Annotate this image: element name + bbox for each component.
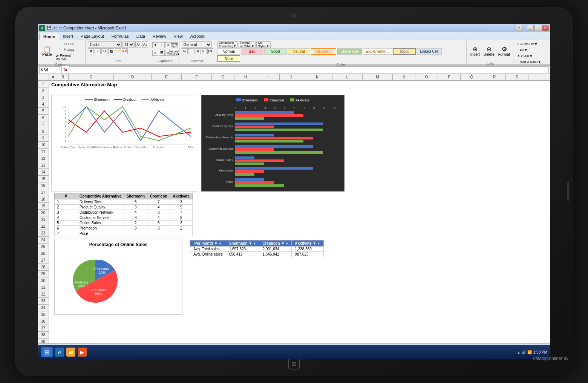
row-4: 4 [38, 101, 49, 108]
style-input[interactable]: Input [393, 48, 416, 55]
excel-window: X 💾 ↩ ↪ Competitor chart - Microsoft Exc… [38, 24, 550, 359]
row-17: 17 [38, 189, 49, 196]
font-name-select[interactable]: Calibri [88, 41, 122, 47]
redo-btn[interactable]: ↪ [59, 26, 62, 30]
close-btn[interactable]: ✕ [542, 25, 549, 31]
tablet-home-button[interactable] [288, 358, 300, 369]
underline-btn[interactable]: U [101, 48, 107, 54]
delete-btn[interactable]: ⊖ Delete [482, 41, 496, 61]
tab-formulas[interactable]: Formulas [108, 33, 133, 40]
cell-styles-btn[interactable]: CellStyles▼ [256, 41, 271, 47]
increase-decimal-btn[interactable]: .0 [194, 48, 201, 54]
svg-text:2: 2 [65, 135, 67, 139]
format-btn[interactable]: ⚙ Format [497, 41, 512, 61]
media-player-icon[interactable]: ▶ [78, 348, 87, 357]
style-good[interactable]: Good [264, 48, 287, 55]
row-26: 26 [38, 250, 49, 257]
percent-btn[interactable]: % [182, 48, 188, 54]
row-29: 29 [38, 271, 49, 277]
style-neutral[interactable]: Neutral [288, 48, 310, 55]
name-box[interactable] [39, 66, 62, 73]
border-btn[interactable]: ▦ [108, 48, 114, 54]
svg-text:10: 10 [333, 106, 336, 110]
tab-page-layout[interactable]: Page Layout [77, 33, 108, 40]
explorer-icon[interactable]: 📁 [66, 348, 75, 357]
save-btn[interactable]: 💾 [47, 26, 51, 30]
cells-content: ⊕ Insert ⊖ Delete ⚙ Format [469, 41, 512, 61]
styles-row-1: ConditionalFormatting▼ Formatas Table▼ C… [217, 41, 465, 47]
tablet-power-button[interactable] [567, 182, 569, 201]
filter-icon-month[interactable]: ▼ [214, 241, 222, 245]
align-top-btn[interactable]: ⬆ [152, 42, 158, 48]
filter-icon-shermann[interactable]: ▼ [248, 241, 256, 245]
italic-btn[interactable]: I [95, 48, 101, 54]
insert-btn[interactable]: ⊕ Insert [469, 41, 481, 61]
tab-insert[interactable]: Insert [59, 33, 77, 40]
ie-icon[interactable]: ℯ [55, 348, 64, 357]
table-row: 3 Distribution Network 4 8 7 [55, 210, 193, 215]
row-12: 12 [38, 155, 49, 162]
tab-home[interactable]: Home [39, 33, 59, 40]
clear-btn[interactable]: ✗ Clear▼ [516, 54, 534, 59]
clipboard-group: 📋 Paste ✂ Cut ⎘ Copy 🖌 Format Painter Cl… [39, 41, 86, 64]
comma-btn[interactable]: , [188, 48, 194, 54]
style-calc[interactable]: Calculation [311, 48, 336, 55]
bold-btn[interactable]: B [88, 48, 94, 54]
undo-btn[interactable]: ↩ [54, 26, 57, 30]
decrease-font-btn[interactable]: A↓ [142, 41, 148, 47]
restore-btn[interactable]: □ [534, 25, 541, 31]
start-button[interactable]: ⊞ [41, 347, 53, 357]
main-content-area[interactable]: Competitive Alternative Map [49, 81, 550, 343]
tab-acrobat[interactable]: Acrobat [187, 33, 208, 40]
cut-btn[interactable]: ✂ Cut [54, 41, 84, 47]
tab-view[interactable]: View [170, 33, 187, 40]
filter-icon-creaticon[interactable]: ▼ [281, 241, 288, 245]
align-left-btn[interactable]: ≡ [152, 50, 158, 56]
svg-text:Price: Price [226, 180, 233, 184]
merge-btn[interactable]: Merge & Center▼ [172, 50, 178, 56]
style-explan[interactable]: Explanatory... [363, 48, 392, 55]
row-24: 24 [38, 237, 49, 244]
sheet-content: Competitive Alternative Map [49, 81, 550, 316]
sum-row-total: Avg. Total sales 1,697,823 2,001,634 1,2… [190, 247, 324, 252]
fill-btn[interactable]: ↓ Fill▼ [516, 47, 529, 53]
svg-text:0: 0 [235, 106, 237, 110]
tab-data[interactable]: Data [133, 33, 149, 40]
autosum-btn[interactable]: Σ AutoSum▼ [516, 41, 539, 47]
paste-btn[interactable]: 📋 Paste [41, 41, 54, 61]
conditional-formatting-btn[interactable]: ConditionalFormatting▼ [217, 41, 238, 47]
format-painter-btn[interactable]: 🖌 Format Painter [54, 53, 84, 62]
ribbon-tabs: Home Insert Page Layout Formulas Data Re… [38, 32, 550, 40]
sort-filter-btn[interactable]: ↕ Sort & Filter▼ [516, 60, 542, 65]
format-as-table-btn[interactable]: Formatas Table▼ [239, 41, 256, 47]
align-bottom-btn[interactable]: ⬇ [165, 42, 171, 48]
align-center-btn[interactable]: ☰ [159, 50, 165, 56]
number-format-select[interactable]: General [182, 41, 212, 47]
copy-btn[interactable]: ⎘ Copy [54, 47, 84, 52]
row-36: 36 [38, 318, 49, 325]
formula-input[interactable] [69, 66, 549, 73]
wrap-text-btn[interactable]: Wrap Text [172, 42, 178, 48]
filter-icon-akktivate[interactable]: ▼ [313, 241, 320, 245]
row-14: 14 [38, 169, 49, 176]
style-note[interactable]: Note [217, 55, 240, 62]
increase-font-btn[interactable]: A↑ [135, 41, 141, 47]
charts-container: Shermann Creaticon [51, 95, 548, 192]
style-check[interactable]: Check Cell [337, 48, 362, 55]
style-bad[interactable]: Bad [241, 48, 263, 55]
style-normal[interactable]: Normal [217, 48, 240, 55]
align-middle-btn[interactable]: ↕ [159, 42, 165, 48]
fill-color-btn[interactable]: A▼ [115, 48, 121, 54]
style-linked[interactable]: Linked Cell [416, 48, 442, 55]
row-1-akktivate: 3 [170, 199, 193, 205]
decrease-decimal-btn[interactable]: 0. [201, 48, 207, 54]
row-4-creaticon: 4 [147, 215, 170, 221]
col-header-G: G [212, 74, 234, 80]
font-size-select[interactable]: 11 [122, 41, 135, 47]
dollar-btn[interactable]: $▼ [207, 48, 213, 54]
font-color-btn[interactable]: A▼ [122, 48, 128, 54]
help-btn[interactable]: ? [516, 25, 522, 31]
tab-review[interactable]: Review [149, 33, 170, 40]
minimize-btn[interactable]: _ [527, 25, 534, 31]
data-table: # Competitive Alternative Shermann Creat… [54, 193, 193, 236]
